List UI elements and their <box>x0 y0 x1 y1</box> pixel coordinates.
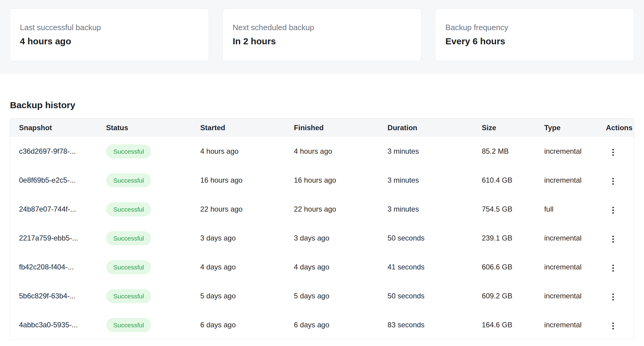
row-actions-kebab-icon[interactable] <box>607 290 620 304</box>
status-badge: Successful <box>106 144 151 159</box>
finished-cell: 5 days ago <box>294 282 388 310</box>
page-title: Backup history <box>10 100 634 110</box>
stat-label: Next scheduled backup <box>233 22 421 33</box>
type-cell: incremental <box>544 224 606 253</box>
stat-value: 4 hours ago <box>20 35 209 48</box>
table-row: c36d2697-9f78-... Successful 4 hours ago… <box>10 137 634 166</box>
column-header-duration: Duration <box>387 118 482 137</box>
column-header-snapshot: Snapshot <box>10 118 106 137</box>
stat-card-next-scheduled-backup: Next scheduled backup In 2 hours <box>223 8 422 61</box>
stat-label: Last successful backup <box>20 22 209 33</box>
table-header-row: Snapshot Status Started Finished Duratio… <box>10 118 634 137</box>
stat-card-last-successful-backup: Last successful backup 4 hours ago <box>10 8 209 61</box>
snapshot-id: 2217a759-ebb5-... <box>10 224 106 253</box>
column-header-actions: Actions <box>606 118 634 137</box>
column-header-size: Size <box>482 118 544 137</box>
type-cell: incremental <box>544 282 606 310</box>
backup-history-section: Backup history Snapshot Status Started F… <box>0 100 644 340</box>
backup-history-table: Snapshot Status Started Finished Duratio… <box>10 118 634 340</box>
table-row: 4abbc3a0-5935-... Successful 6 days ago … <box>10 310 634 339</box>
stat-label: Backup frequency <box>445 22 634 33</box>
column-header-finished: Finished <box>294 118 388 137</box>
table-row: fb42c208-f404-... Successful 4 days ago … <box>10 253 634 282</box>
row-actions-kebab-icon[interactable] <box>607 146 620 159</box>
duration-cell: 50 seconds <box>387 224 482 253</box>
finished-cell: 4 days ago <box>294 253 388 282</box>
size-cell: 239.1 GB <box>482 224 544 253</box>
table-row: 0e8f69b5-e2c5-... Successful 16 hours ag… <box>10 166 634 195</box>
status-badge: Successful <box>106 231 151 245</box>
started-cell: 22 hours ago <box>200 195 294 224</box>
duration-cell: 41 seconds <box>387 253 482 282</box>
duration-cell: 3 minutes <box>387 195 482 224</box>
size-cell: 610.4 GB <box>482 166 544 195</box>
type-cell: incremental <box>544 137 606 166</box>
finished-cell: 3 days ago <box>294 224 388 253</box>
backup-stats-band: Last successful backup 4 hours ago Next … <box>0 0 644 74</box>
finished-cell: 4 hours ago <box>294 137 388 166</box>
duration-cell: 3 minutes <box>387 166 482 195</box>
type-cell: incremental <box>544 253 606 282</box>
duration-cell: 83 seconds <box>387 310 482 339</box>
finished-cell: 22 hours ago <box>294 195 388 224</box>
duration-cell: 3 minutes <box>387 137 482 166</box>
row-actions-kebab-icon[interactable] <box>607 319 620 332</box>
size-cell: 606.6 GB <box>482 253 544 282</box>
snapshot-id: 4abbc3a0-5935-... <box>10 310 106 339</box>
snapshot-id: 24b87e07-744f-... <box>10 195 106 224</box>
started-cell: 3 days ago <box>200 224 294 253</box>
status-badge: Successful <box>106 202 151 216</box>
column-header-type: Type <box>544 118 606 137</box>
type-cell: full <box>544 195 606 224</box>
size-cell: 164.6 GB <box>482 310 544 339</box>
snapshot-id: c36d2697-9f78-... <box>10 137 106 166</box>
finished-cell: 6 days ago <box>294 310 388 339</box>
snapshot-id: 0e8f69b5-e2c5-... <box>10 166 106 195</box>
size-cell: 609.2 GB <box>482 282 544 310</box>
row-actions-kebab-icon[interactable] <box>607 175 620 188</box>
type-cell: incremental <box>544 166 606 195</box>
started-cell: 4 days ago <box>200 253 294 282</box>
status-badge: Successful <box>106 289 151 303</box>
table-row: 5b6c829f-63b4-... Successful 5 days ago … <box>10 282 634 310</box>
row-actions-kebab-icon[interactable] <box>607 232 620 246</box>
size-cell: 85.2 MB <box>482 137 544 166</box>
status-badge: Successful <box>106 318 151 332</box>
stat-value: Every 6 hours <box>445 35 634 48</box>
status-badge: Successful <box>106 260 151 274</box>
started-cell: 5 days ago <box>200 282 294 310</box>
row-actions-kebab-icon[interactable] <box>607 261 620 275</box>
row-actions-kebab-icon[interactable] <box>607 203 620 217</box>
stat-card-backup-frequency: Backup frequency Every 6 hours <box>435 8 634 61</box>
type-cell: incremental <box>544 310 606 339</box>
started-cell: 6 days ago <box>200 310 294 339</box>
duration-cell: 50 seconds <box>387 282 482 310</box>
size-cell: 754.5 GB <box>482 195 544 224</box>
table-row: 24b87e07-744f-... Successful 22 hours ag… <box>10 195 634 224</box>
status-badge: Successful <box>106 173 151 187</box>
stat-value: In 2 hours <box>233 35 421 48</box>
snapshot-id: fb42c208-f404-... <box>10 253 106 282</box>
table-row: 2217a759-ebb5-... Successful 3 days ago … <box>10 224 634 253</box>
column-header-status: Status <box>106 118 200 137</box>
started-cell: 16 hours ago <box>200 166 294 195</box>
finished-cell: 16 hours ago <box>294 166 388 195</box>
snapshot-id: 5b6c829f-63b4-... <box>10 282 106 310</box>
started-cell: 4 hours ago <box>200 137 294 166</box>
column-header-started: Started <box>200 118 294 137</box>
